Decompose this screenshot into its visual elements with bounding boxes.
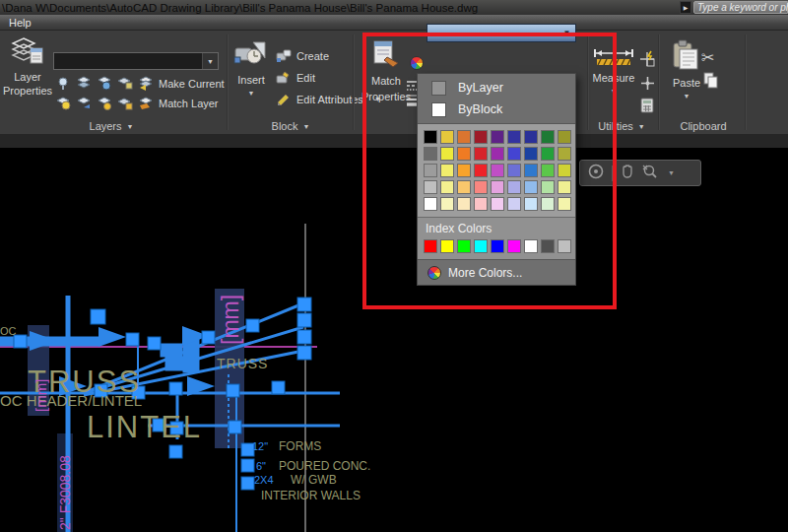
index-color-swatch[interactable]	[524, 239, 538, 253]
index-color-swatch[interactable]	[440, 239, 454, 253]
layer-properties-button[interactable]: Layer Properties	[4, 35, 51, 98]
palette-swatch[interactable]	[457, 180, 471, 194]
palette-swatch[interactable]	[507, 197, 521, 211]
cut-scissors-icon[interactable]: ✂	[701, 50, 714, 66]
palette-swatch[interactable]	[457, 164, 471, 177]
index-color-swatch[interactable]	[457, 239, 471, 253]
match-properties-button[interactable]: Match Properties	[361, 39, 412, 103]
chevron-down-icon[interactable]: ▼	[202, 53, 218, 69]
help-search-input[interactable]: Type a keyword or phrase	[693, 1, 788, 14]
search-go-button[interactable]: ▶	[680, 1, 691, 14]
palette-swatch[interactable]	[424, 130, 437, 144]
palette-swatch[interactable]	[424, 180, 437, 194]
index-color-swatch[interactable]	[507, 239, 521, 253]
match-layer-icon[interactable]	[138, 96, 154, 110]
palette-swatch[interactable]	[524, 197, 538, 211]
byblock-swatch	[431, 102, 446, 117]
palette-swatch[interactable]	[558, 180, 571, 194]
palette-swatch[interactable]	[541, 147, 555, 161]
palette-swatch[interactable]	[491, 147, 504, 161]
copy-icon[interactable]	[703, 72, 719, 93]
block-edit-item[interactable]: Edit	[276, 70, 315, 85]
chevron-down-icon[interactable]: ▼	[668, 169, 675, 176]
palette-swatch[interactable]	[424, 147, 437, 161]
palette-swatch[interactable]	[524, 180, 538, 194]
palette-swatch[interactable]	[491, 130, 504, 144]
index-color-swatch[interactable]	[424, 239, 437, 253]
measure-button[interactable]: Measure ▼	[589, 48, 638, 95]
block-create-item[interactable]: Create	[276, 48, 329, 63]
match-properties-label-1: Match	[371, 75, 401, 89]
palette-swatch[interactable]	[507, 147, 521, 161]
block-create-icon	[276, 48, 292, 63]
layer-off-icon[interactable]	[55, 76, 71, 91]
insert-block-button[interactable]: Insert ▼	[232, 40, 270, 97]
palette-swatch[interactable]	[524, 147, 538, 161]
palette-swatch[interactable]	[558, 130, 571, 144]
make-current-label[interactable]: Make Current	[159, 78, 225, 90]
palette-swatch[interactable]	[491, 180, 504, 194]
make-current-icon[interactable]	[138, 76, 154, 91]
palette-swatch[interactable]	[440, 164, 454, 177]
menu-help[interactable]: Help	[0, 17, 40, 29]
index-color-swatch[interactable]	[541, 239, 555, 253]
utilities-panel-footer[interactable]: Utilities ▼	[589, 118, 654, 134]
palette-swatch[interactable]	[474, 197, 488, 211]
color-option-byblock[interactable]: ByBlock	[418, 99, 575, 120]
color-option-bylayer[interactable]: ByLayer	[418, 77, 575, 99]
palette-swatch[interactable]	[440, 130, 454, 144]
layer-settings-icon[interactable]	[97, 96, 112, 110]
point-style-icon[interactable]	[640, 76, 655, 95]
layer-thaw-icon[interactable]	[76, 96, 92, 110]
object-color-combobox[interactable]: ▼	[427, 24, 576, 42]
palette-swatch[interactable]	[541, 197, 555, 211]
palette-swatch[interactable]	[457, 147, 471, 161]
layer-lock-icon[interactable]	[117, 76, 133, 91]
palette-swatch[interactable]	[558, 164, 571, 177]
more-colors-button[interactable]: More Colors...	[418, 259, 575, 285]
palette-swatch[interactable]	[424, 197, 437, 211]
palette-swatch[interactable]	[440, 197, 454, 211]
palette-swatch[interactable]	[558, 197, 571, 211]
index-color-swatch[interactable]	[491, 239, 504, 253]
steering-wheel-icon[interactable]	[588, 164, 604, 183]
quick-calculator-icon[interactable]	[640, 98, 654, 117]
layers-panel-footer[interactable]: Layers ▼	[30, 118, 193, 134]
palette-swatch[interactable]	[474, 164, 488, 177]
clipboard-panel-footer: Clipboard	[662, 118, 745, 134]
palette-swatch[interactable]	[457, 197, 471, 211]
palette-swatch[interactable]	[524, 164, 538, 177]
drawing-canvas[interactable]: OC TRUSS TRUSS OC HEADER/LINTEL LINTEL F…	[0, 148, 788, 532]
index-color-swatch[interactable]	[474, 239, 488, 253]
palette-swatch[interactable]	[507, 130, 521, 144]
chevron-down-icon[interactable]: ▼	[558, 25, 575, 41]
layer-selector-combobox[interactable]: ▼	[53, 52, 219, 70]
palette-swatch[interactable]	[507, 164, 521, 177]
palette-swatch[interactable]	[507, 180, 521, 194]
layer-freeze-icon[interactable]	[97, 76, 112, 91]
block-panel-footer[interactable]: Block ▼	[236, 118, 345, 134]
zoom-extents-icon[interactable]	[642, 164, 660, 183]
cad-blue-text-fragments[interactable]: 12" 6" 2X4	[252, 440, 274, 486]
id-point-icon[interactable]	[638, 50, 656, 72]
palette-swatch[interactable]	[424, 164, 437, 177]
palette-swatch[interactable]	[474, 147, 488, 161]
index-color-swatch[interactable]	[558, 239, 571, 253]
palette-swatch[interactable]	[474, 180, 488, 194]
palette-swatch[interactable]	[558, 147, 571, 161]
layer-isolate-icon[interactable]	[76, 76, 92, 91]
layer-unlock-icon[interactable]	[117, 96, 133, 110]
palette-swatch[interactable]	[440, 180, 454, 194]
palette-swatch[interactable]	[491, 197, 504, 211]
palette-swatch[interactable]	[541, 130, 555, 144]
match-layer-label[interactable]: Match Layer	[159, 98, 219, 109]
layer-on-icon[interactable]	[55, 96, 71, 110]
palette-swatch[interactable]	[524, 130, 538, 144]
palette-swatch[interactable]	[491, 164, 504, 177]
palette-swatch[interactable]	[474, 130, 488, 144]
palette-swatch[interactable]	[541, 164, 555, 177]
pan-hand-icon[interactable]	[621, 164, 634, 183]
palette-swatch[interactable]	[541, 180, 555, 194]
palette-swatch[interactable]	[457, 130, 471, 144]
palette-swatch[interactable]	[440, 147, 454, 161]
